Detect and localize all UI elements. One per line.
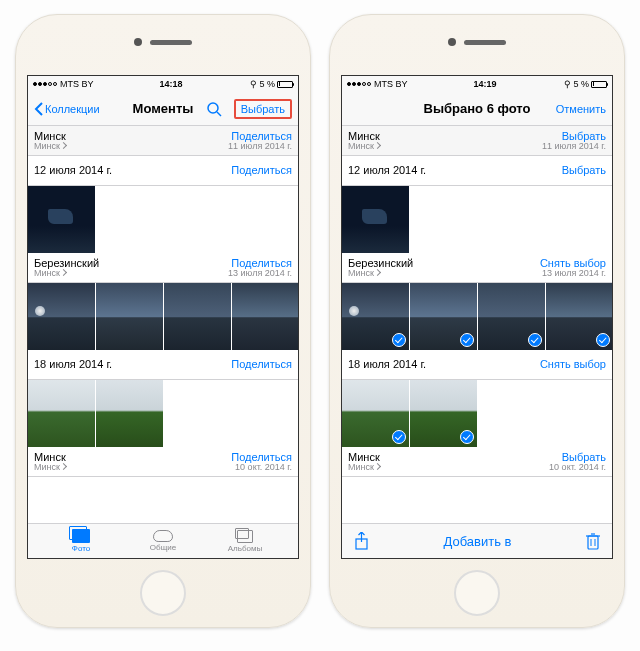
section-action[interactable]: Снять выбор: [540, 358, 606, 370]
photo-thumbnail[interactable]: [546, 283, 612, 350]
photo-thumbnail[interactable]: [342, 186, 409, 253]
share-icon[interactable]: [354, 532, 369, 550]
tab-albums[interactable]: Альбомы: [204, 530, 286, 553]
section-subtitle: Минск: [34, 463, 66, 473]
back-button[interactable]: Коллекции: [34, 102, 100, 116]
section-date: 11 июля 2014 г.: [542, 142, 606, 152]
clock: 14:18: [94, 79, 249, 89]
section-action[interactable]: Поделиться: [231, 257, 292, 269]
section-title: Березинский: [34, 257, 99, 269]
section-header[interactable]: 18 июля 2014 г.Снять выбор: [342, 350, 612, 380]
section-title: Березинский: [348, 257, 413, 269]
section-date: 13 июля 2014 г.: [542, 269, 606, 279]
carrier-label: MTS BY: [374, 79, 408, 89]
iphone-mock-left: MTS BY 14:18 ⚲ 5 % Коллекции Моменты Выб…: [15, 14, 311, 628]
nav-bar: Выбрано 6 фото Отменить: [342, 92, 612, 126]
check-icon: [392, 333, 406, 347]
section-header[interactable]: МинскМинскВыбрать10 окт. 2014 г.: [342, 447, 612, 477]
action-toolbar: Добавить в: [342, 523, 612, 558]
section-subtitle: Минск: [34, 142, 66, 152]
section-header[interactable]: 12 июля 2014 г.Поделиться: [28, 156, 298, 186]
trash-icon[interactable]: [586, 532, 600, 550]
photo-thumbnail[interactable]: [232, 283, 298, 350]
section-action[interactable]: Выбрать: [562, 130, 606, 142]
section-date: 11 июля 2014 г.: [228, 142, 292, 152]
section-title: Минск: [348, 451, 380, 463]
bluetooth-icon: ⚲: [250, 79, 257, 89]
check-icon: [596, 333, 610, 347]
chevron-left-icon: [34, 102, 43, 116]
section-header[interactable]: МинскМинскПоделиться11 июля 2014 г.: [28, 126, 298, 156]
select-button[interactable]: Выбрать: [234, 99, 292, 119]
photo-thumbnail[interactable]: [342, 283, 409, 350]
tab-bar: Фото Общие Альбомы: [28, 523, 298, 558]
battery-icon: [277, 81, 293, 88]
add-to-button[interactable]: Добавить в: [369, 534, 586, 549]
tab-shared[interactable]: Общие: [122, 530, 204, 552]
section-date: 10 окт. 2014 г.: [235, 463, 292, 473]
photo-thumbnail[interactable]: [410, 283, 477, 350]
check-icon: [460, 430, 474, 444]
section-title: 18 июля 2014 г.: [34, 358, 112, 370]
section-action[interactable]: Поделиться: [231, 358, 292, 370]
moments-list-left[interactable]: МинскМинскПоделиться11 июля 2014 г.12 ию…: [28, 126, 298, 523]
photo-thumbnail[interactable]: [164, 283, 231, 350]
home-button[interactable]: [140, 570, 186, 616]
section-action[interactable]: Поделиться: [231, 451, 292, 463]
thumbnail-row: [342, 186, 612, 253]
carrier-label: MTS BY: [60, 79, 94, 89]
photo-thumbnail[interactable]: [96, 380, 163, 447]
check-icon: [528, 333, 542, 347]
section-header[interactable]: 12 июля 2014 г.Выбрать: [342, 156, 612, 186]
cancel-button[interactable]: Отменить: [556, 103, 606, 115]
section-date: 10 окт. 2014 г.: [549, 463, 606, 473]
section-header[interactable]: 18 июля 2014 г.Поделиться: [28, 350, 298, 380]
section-action[interactable]: Выбрать: [562, 451, 606, 463]
status-bar: MTS BY 14:19 ⚲ 5 %: [342, 76, 612, 92]
svg-rect-4: [588, 536, 598, 549]
screen-right: MTS BY 14:19 ⚲ 5 % Выбрано 6 фото Отмени…: [341, 75, 613, 559]
battery-pct: 5 %: [259, 79, 275, 89]
photo-thumbnail[interactable]: [342, 380, 409, 447]
section-header[interactable]: БерезинскийМинскПоделиться13 июля 2014 г…: [28, 253, 298, 283]
thumbnail-row: [342, 380, 612, 447]
section-subtitle: Минск: [348, 269, 413, 279]
photo-thumbnail[interactable]: [28, 380, 95, 447]
tab-photos[interactable]: Фото: [40, 529, 122, 553]
battery-icon: [591, 81, 607, 88]
section-header[interactable]: МинскМинскПоделиться10 окт. 2014 г.: [28, 447, 298, 477]
section-header[interactable]: БерезинскийМинскСнять выбор13 июля 2014 …: [342, 253, 612, 283]
section-title: Минск: [34, 130, 66, 142]
photo-thumbnail[interactable]: [410, 380, 477, 447]
thumbnail-row: [342, 283, 612, 350]
section-header[interactable]: МинскМинскВыбрать11 июля 2014 г.: [342, 126, 612, 156]
battery-pct: 5 %: [573, 79, 589, 89]
photo-thumbnail[interactable]: [28, 283, 95, 350]
thumbnail-row: [28, 380, 298, 447]
section-action[interactable]: Выбрать: [562, 164, 606, 176]
section-title: 18 июля 2014 г.: [348, 358, 426, 370]
svg-line-1: [217, 112, 221, 116]
section-title: 12 июля 2014 г.: [34, 164, 112, 176]
section-action[interactable]: Снять выбор: [540, 257, 606, 269]
cloud-icon: [153, 530, 173, 542]
nav-bar: Коллекции Моменты Выбрать: [28, 92, 298, 126]
home-button[interactable]: [454, 570, 500, 616]
bluetooth-icon: ⚲: [564, 79, 571, 89]
status-bar: MTS BY 14:18 ⚲ 5 %: [28, 76, 298, 92]
section-action[interactable]: Поделиться: [231, 130, 292, 142]
check-icon: [392, 430, 406, 444]
section-title: Минск: [348, 130, 380, 142]
photo-thumbnail[interactable]: [478, 283, 545, 350]
photo-thumbnail[interactable]: [96, 283, 163, 350]
check-icon: [460, 333, 474, 347]
photo-thumbnail[interactable]: [28, 186, 95, 253]
thumbnail-row: [28, 283, 298, 350]
section-action[interactable]: Поделиться: [231, 164, 292, 176]
search-icon[interactable]: [206, 101, 222, 117]
photos-icon: [72, 529, 90, 543]
section-subtitle: Минск: [34, 269, 99, 279]
moments-list-right[interactable]: МинскМинскВыбрать11 июля 2014 г.12 июля …: [342, 126, 612, 523]
section-subtitle: Минск: [348, 463, 380, 473]
clock: 14:19: [408, 79, 563, 89]
